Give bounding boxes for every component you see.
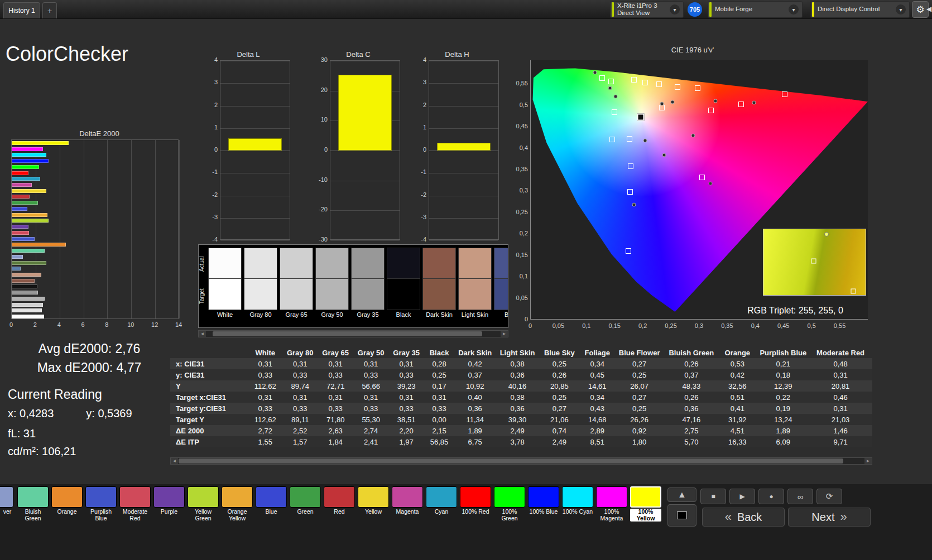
record-button[interactable]: ●	[758, 489, 784, 504]
deltae-bar-red	[12, 195, 30, 199]
collapse-panel-button[interactable]: ◀	[926, 5, 931, 13]
gear-icon: ⚙	[916, 4, 924, 16]
measurement-marker	[608, 86, 612, 90]
patch-button-100-magenta[interactable]: 100% Magenta	[596, 486, 627, 522]
table-cell: 0,36	[497, 403, 541, 414]
delta-h-chart: Delta H 43210-1-2-3-4	[414, 50, 500, 251]
cie-x-tick-label: 0,05	[549, 322, 567, 329]
stop-button[interactable]: ■	[700, 489, 726, 504]
table-cell: 1,89	[757, 425, 812, 436]
patch-button-cyan[interactable]: Cyan	[426, 486, 457, 515]
scroll-left-arrow[interactable]: ◄	[199, 331, 206, 337]
cie-y-tick-label: 0,2	[511, 230, 528, 236]
scroll-right-arrow[interactable]: ►	[501, 331, 508, 337]
scroll-thumb[interactable]	[213, 331, 483, 336]
deltae-bar-100-yellow	[12, 141, 69, 145]
patch-button-bluish-green[interactable]: Bluish Green	[17, 486, 49, 522]
patch-button-orange-yellow[interactable]: Orange Yellow	[222, 486, 253, 522]
pattern-window-button[interactable]	[667, 504, 696, 527]
table-cell: 5,70	[665, 436, 720, 447]
scroll-right-arrow[interactable]: ►	[864, 458, 872, 464]
deltae-bar-gray-35	[12, 291, 38, 295]
table-scrollbar[interactable]: ◄►	[170, 457, 872, 465]
swatch-strip-scrollbar[interactable]: ◄►	[198, 330, 508, 337]
patch-button-blue[interactable]: Blue	[256, 486, 287, 515]
table-cell: 2,89	[582, 425, 617, 436]
patch-button-magenta[interactable]: Magenta	[392, 486, 423, 515]
gridline	[131, 140, 132, 318]
table-row: Target Y112,6289,1171,8055,3038,510,0011…	[170, 414, 872, 425]
continuous-read-button[interactable]: ∞	[787, 489, 813, 504]
meter-dropdown[interactable]: X-Rite i1Pro 3 Direct View ▾	[610, 1, 684, 18]
play-button[interactable]: ▶	[729, 489, 755, 504]
patch-button-yellow[interactable]: Yellow	[358, 486, 389, 515]
swatch-actual	[458, 248, 492, 279]
deltae-bar-white	[12, 315, 44, 318]
patch-button-purple[interactable]: Purple	[153, 486, 185, 515]
patch-button-moderate-red[interactable]: Moderate Red	[119, 486, 151, 522]
chevron-down-icon[interactable]: ▾	[896, 4, 906, 15]
patch-button-yellow-green[interactable]: Yellow Green	[188, 486, 219, 522]
chevron-down-icon[interactable]: ▾	[789, 4, 799, 15]
infinity-icon: ∞	[798, 492, 804, 501]
patch-button-100-yellow[interactable]: 100% Yellow	[630, 486, 661, 522]
y-tick-label: -2	[205, 191, 218, 198]
back-button[interactable]: « Back	[702, 508, 785, 527]
next-button[interactable]: Next »	[788, 508, 871, 527]
scroll-left-arrow[interactable]: ◄	[171, 458, 178, 464]
chevron-down-icon[interactable]: ▾	[670, 4, 680, 15]
deltae-bar-moderate-red	[12, 231, 29, 235]
cie-x-tick-label: 0,35	[718, 322, 736, 329]
patch-button-100-red[interactable]: 100% Red	[460, 486, 491, 515]
row-label: y: CIE31	[170, 369, 250, 380]
refresh-button[interactable]: ⟳	[816, 489, 842, 504]
measurement-marker	[752, 101, 756, 105]
patch-label: Blue	[256, 509, 287, 515]
cie-y-tick-label: 0,55	[511, 80, 528, 86]
table-cell: 0,26	[541, 369, 582, 380]
expand-patch-list-button[interactable]: ▲	[667, 487, 696, 502]
table-cell: 4,51	[720, 425, 757, 436]
deltae-bar-purple	[12, 225, 28, 229]
gridline	[429, 83, 498, 84]
scroll-thumb[interactable]	[179, 458, 843, 464]
patch-button-100-green[interactable]: 100% Green	[494, 486, 525, 522]
patch-label: 100% Yellow	[630, 509, 661, 522]
table-cell: 0,34	[582, 358, 617, 369]
measurement-table: WhiteGray 80Gray 65Gray 50Gray 35BlackDa…	[170, 347, 872, 447]
delta-l-plot-area	[220, 60, 290, 240]
patch-button-100-cyan[interactable]: 100% Cyan	[562, 486, 593, 515]
patch-button-100-blue[interactable]: 100% Blue	[528, 486, 559, 515]
table-cell: 0,45	[582, 369, 617, 380]
column-header-gray-80: Gray 80	[284, 347, 319, 358]
inset-target-marker	[811, 258, 816, 263]
table-cell: 10,92	[456, 380, 497, 392]
deltae-bar-light-skin	[12, 273, 41, 277]
swatch-dark-skin: Dark Skin	[422, 248, 456, 318]
max-de2000-readout: Max dE2000: 4,77	[11, 360, 167, 375]
patch-button-orange[interactable]: Orange	[51, 486, 83, 515]
patch-button-ver[interactable]: ver	[0, 486, 15, 515]
table-cell: 55,30	[355, 414, 390, 425]
patch-button-purplish-blue[interactable]: Purplish Blue	[85, 486, 117, 522]
tab-history-1[interactable]: History 1	[3, 2, 40, 18]
swatch-actual	[422, 248, 456, 279]
deltae-bar-100-blue	[12, 159, 49, 163]
patch-button-red[interactable]: Red	[324, 486, 355, 515]
source-dropdown[interactable]: Mobile Forge ▾	[708, 1, 803, 18]
patch-button-green[interactable]: Green	[290, 486, 321, 515]
table-cell: 72,71	[319, 380, 354, 392]
back-button-label: Back	[737, 511, 762, 524]
patch-label: Red	[324, 509, 355, 515]
patch-selection-bar: verBluish GreenOrangePurplish BlueModera…	[0, 484, 932, 560]
y-tick-label: 10	[315, 116, 328, 123]
top-bar: History 1 + X-Rite i1Pro 3 Direct View ▾…	[0, 0, 932, 19]
deltae-bar-gray-50	[12, 297, 45, 301]
column-header-gray-50: Gray 50	[355, 347, 390, 358]
table-cell: 0,25	[426, 369, 456, 380]
column-header-bluish-green: Bluish Green	[665, 347, 720, 358]
y-tick-label: 0	[205, 146, 218, 153]
add-tab-button[interactable]: +	[42, 2, 57, 18]
display-control-dropdown[interactable]: Direct Display Control ▾	[810, 1, 910, 18]
swatch-black: Black	[387, 248, 420, 318]
